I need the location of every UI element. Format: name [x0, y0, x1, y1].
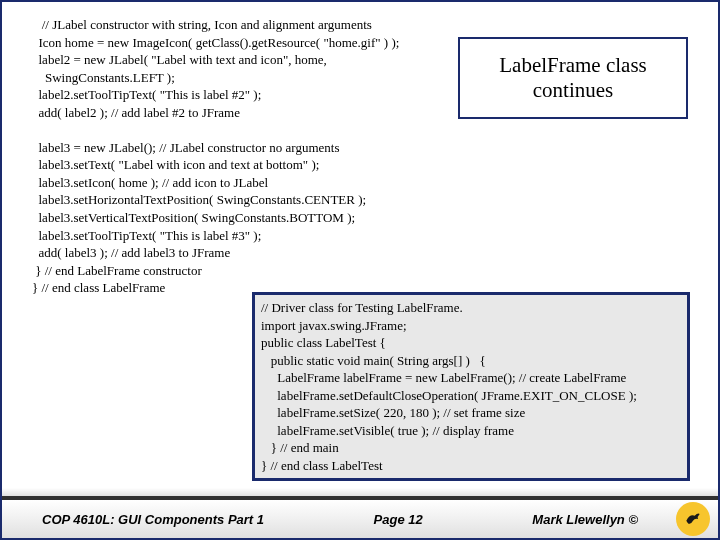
- footer-shadow: [2, 488, 718, 496]
- callout-text: LabelFrame class continues: [499, 53, 647, 102]
- footer-center: Page 12: [374, 512, 423, 527]
- slide-frame: // JLabel constructor with string, Icon …: [0, 0, 720, 540]
- slide-footer: COP 4610L: GUI Components Part 1 Page 12…: [2, 496, 718, 538]
- footer-right: Mark Llewellyn ©: [532, 512, 638, 527]
- pegasus-icon: [683, 509, 703, 529]
- callout-box: LabelFrame class continues: [458, 37, 688, 119]
- footer-left: COP 4610L: GUI Components Part 1: [42, 512, 264, 527]
- driver-code-box: // Driver class for Testing LabelFrame. …: [252, 292, 690, 481]
- ucf-pegasus-logo: [676, 502, 710, 536]
- code-block-main: // JLabel constructor with string, Icon …: [32, 16, 399, 297]
